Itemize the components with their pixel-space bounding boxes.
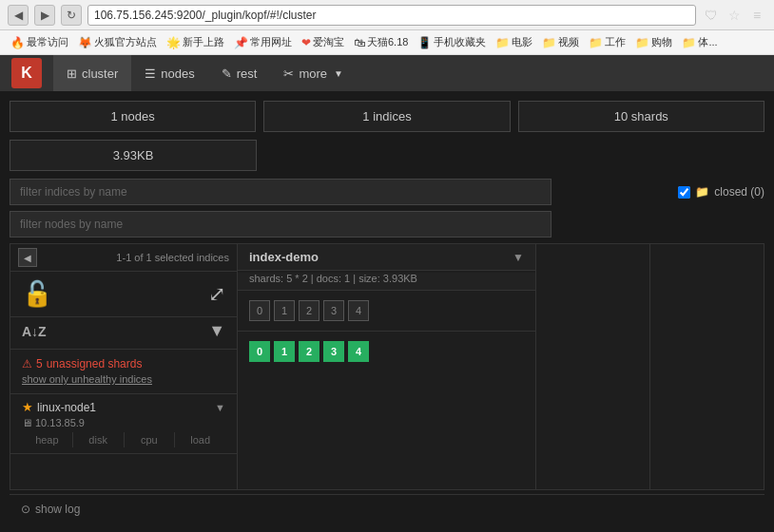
left-panel: ◀ 1-1 of 1 selected indices 🔓 ⤢ A↓Z ▼ ⚠ … xyxy=(10,243,238,490)
show-log-label: show log xyxy=(35,503,80,516)
shards-stat: 10 shards xyxy=(518,101,764,132)
bookmark-item[interactable]: 📁工作 xyxy=(586,34,629,50)
show-log[interactable]: ⊙ show log xyxy=(10,494,764,523)
expand-icon: ⤢ xyxy=(208,282,225,307)
bookmark-item[interactable]: 📁购物 xyxy=(632,34,675,50)
filter-indices-input[interactable] xyxy=(10,179,551,205)
nav-rest[interactable]: ✎ rest xyxy=(208,55,271,91)
controls-toolbar: ◀ 1-1 of 1 selected indices xyxy=(10,244,237,272)
stats-row: 1 nodes 1 indices 10 shards xyxy=(10,101,764,132)
chevron-down-icon[interactable]: ▼ xyxy=(208,321,225,341)
index-header: index-demo ▼ xyxy=(238,244,535,271)
refresh-button[interactable]: ↻ xyxy=(61,5,82,26)
cluster-icon: ⊞ xyxy=(67,66,77,81)
node-row: ★ linux-node1 ▼ 🖥 10.13.85.9 heap disk c… xyxy=(10,394,237,454)
index-column: index-demo ▼ shards: 5 * 2 | docs: 1 | s… xyxy=(238,243,536,490)
cpu-metric: cpu xyxy=(125,432,176,447)
disk-metric: disk xyxy=(73,432,125,447)
shard-assigned-4[interactable]: 4 xyxy=(348,341,369,362)
bookmark-item[interactable]: 🛍天猫6.18 xyxy=(351,34,411,50)
forward-button[interactable]: ▶ xyxy=(34,5,55,26)
unassigned-shards-row: 0 1 2 3 4 xyxy=(238,291,535,332)
index-name: index-demo xyxy=(249,250,319,264)
filter-indices-row: 📁 closed (0) xyxy=(10,179,764,205)
server-icon: 🖥 xyxy=(22,417,32,428)
nav-cluster[interactable]: ⊞ cluster xyxy=(53,55,131,91)
selected-info: 1-1 of 1 selected indices xyxy=(116,252,229,263)
assigned-shards-row: 0 1 2 3 4 xyxy=(238,332,535,371)
index-meta: shards: 5 * 2 | docs: 1 | size: 3.93KB xyxy=(238,273,535,291)
closed-checkbox-input[interactable] xyxy=(678,186,690,199)
bookmark-item[interactable]: 📁电影 xyxy=(493,34,535,50)
bookmark-icon[interactable]: ☆ xyxy=(725,6,744,25)
bookmark-item[interactable]: 🔥最常访问 xyxy=(8,34,71,50)
shard-unassigned-0[interactable]: 0 xyxy=(249,300,270,321)
more-icon: ✂ xyxy=(283,66,294,81)
nav-more[interactable]: ✂ more ▼ xyxy=(270,55,357,91)
bookmarks-bar: 🔥最常访问 🦊火狐官方站点 🌟新手上路 📌常用网址 ❤爱淘宝 🛍天猫6.18 📱… xyxy=(0,30,774,55)
load-metric: load xyxy=(175,432,225,447)
shard-unassigned-1[interactable]: 1 xyxy=(274,300,295,321)
shard-unassigned-2[interactable]: 2 xyxy=(299,300,319,321)
nodes-stat: 1 nodes xyxy=(10,101,256,132)
bookmark-item[interactable]: 📁视频 xyxy=(539,34,582,50)
filter-nodes-row xyxy=(10,211,764,238)
index-dropdown-icon[interactable]: ▼ xyxy=(513,251,524,264)
warning-icon: ⚠ xyxy=(22,357,32,370)
bookmark-item[interactable]: 📁体... xyxy=(679,34,720,50)
sort-icons-row: A↓Z ▼ xyxy=(10,317,237,350)
shard-unassigned-3[interactable]: 3 xyxy=(323,300,344,321)
kopf-logo: K xyxy=(11,58,42,88)
show-unhealthy-link[interactable]: show only unhealthy indices xyxy=(22,373,152,385)
size-row: 3.93KB xyxy=(10,140,764,171)
filter-nodes-input[interactable] xyxy=(10,211,551,238)
bookmark-item[interactable]: 📌常用网址 xyxy=(231,34,295,50)
bookmark-item[interactable]: 📱手机收藏夹 xyxy=(415,34,489,50)
main-grid: ◀ 1-1 of 1 selected indices 🔓 ⤢ A↓Z ▼ ⚠ … xyxy=(10,243,764,490)
shard-unassigned-4[interactable]: 4 xyxy=(348,300,369,321)
node-metrics: heap disk cpu load xyxy=(22,432,225,447)
empty-col-1 xyxy=(536,243,650,490)
shard-assigned-1[interactable]: 1 xyxy=(274,341,295,362)
az-sort-icon[interactable]: A↓Z xyxy=(22,324,47,339)
closed-checkbox[interactable]: 📁 closed (0) xyxy=(678,185,764,199)
nodes-icon: ☰ xyxy=(145,66,156,81)
node-name: linux-node1 xyxy=(37,401,96,414)
bookmark-item[interactable]: 🦊火狐官方站点 xyxy=(75,34,160,50)
chevron-down-icon: ▼ xyxy=(334,68,343,79)
menu-icon[interactable]: ≡ xyxy=(747,6,766,25)
lock-icon: 🔓 xyxy=(22,279,52,309)
show-log-icon: ⊙ xyxy=(21,503,30,516)
shard-assigned-2[interactable]: 2 xyxy=(299,341,319,362)
back-button[interactable]: ◀ xyxy=(8,5,29,26)
indices-stat: 1 indices xyxy=(263,101,510,132)
bookmark-item[interactable]: 🌟新手上路 xyxy=(164,34,227,50)
shard-assigned-0[interactable]: 0 xyxy=(249,341,270,362)
rest-icon: ✎ xyxy=(222,66,232,81)
shard-assigned-3[interactable]: 3 xyxy=(323,341,344,362)
nav-nodes[interactable]: ☰ nodes xyxy=(131,55,207,91)
empty-col-2 xyxy=(650,243,764,490)
main-content: 1 nodes 1 indices 10 shards 3.93KB 📁 clo… xyxy=(0,91,774,532)
node-ip: 🖥 10.13.85.9 xyxy=(22,417,225,428)
security-icon: 🛡 xyxy=(702,6,721,25)
bookmark-item[interactable]: ❤爱淘宝 xyxy=(299,34,347,50)
unassigned-count: 5 xyxy=(36,357,43,370)
collapse-button[interactable]: ◀ xyxy=(18,248,37,267)
icons-row: 🔓 ⤢ xyxy=(10,272,237,317)
node-chevron-icon[interactable]: ▼ xyxy=(215,402,225,413)
address-bar[interactable] xyxy=(87,5,696,26)
warning-title: ⚠ 5 unassigned shards xyxy=(22,357,225,370)
size-stat: 3.93KB xyxy=(10,140,257,171)
folder-icon: 📁 xyxy=(695,185,709,199)
browser-bar: ◀ ▶ ↻ 🛡 ☆ ≡ xyxy=(0,0,774,30)
node-star-icon: ★ xyxy=(22,400,33,414)
unassigned-shards-warning: ⚠ 5 unassigned shards show only unhealth… xyxy=(10,350,237,394)
app-header: K ⊞ cluster ☰ nodes ✎ rest ✂ more ▼ xyxy=(0,55,774,91)
node-header: ★ linux-node1 ▼ xyxy=(22,400,225,414)
heap-metric: heap xyxy=(22,432,73,447)
